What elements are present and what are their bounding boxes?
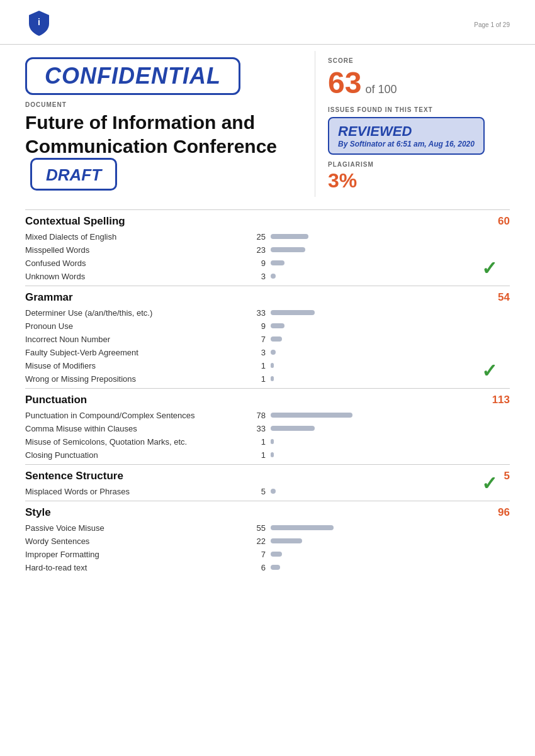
- item-label: Punctuation in Compound/Complex Sentence…: [25, 411, 252, 420]
- category-score: 113: [492, 394, 510, 406]
- item-count: 78: [252, 411, 266, 420]
- item-count: 33: [252, 308, 266, 318]
- category-item: Determiner Use (a/an/the/this, etc.)33: [25, 306, 510, 320]
- category-header: Grammar54: [25, 286, 510, 306]
- left-column: CONFIDENTIAL DOCUMENT Future of Informat…: [25, 51, 315, 197]
- item-bar: [271, 247, 305, 252]
- category-item: Misuse of Semicolons, Quotation Marks, e…: [25, 435, 510, 448]
- item-bar: [271, 310, 315, 315]
- item-bar: [271, 376, 274, 381]
- item-count: 7: [252, 335, 266, 344]
- item-count: 7: [252, 550, 266, 559]
- item-label: Pronoun Use: [25, 321, 252, 331]
- item-bar: [271, 363, 274, 368]
- item-bar: [271, 452, 274, 457]
- page-number: Page 1 of 29: [474, 18, 510, 30]
- category-title: Sentence Structure: [25, 470, 123, 482]
- category-header: Style96: [25, 501, 510, 521]
- item-bar: [271, 525, 334, 530]
- checkmark-icon: ✓: [482, 360, 497, 382]
- item-label: Incorrect Noun Number: [25, 335, 252, 344]
- category-item: Punctuation in Compound/Complex Sentence…: [25, 409, 510, 422]
- item-count: 3: [252, 272, 266, 281]
- score-value: 63: [328, 65, 361, 100]
- item-bar: [271, 538, 302, 543]
- category-score: 96: [498, 506, 510, 519]
- category-item: Improper Formatting7: [25, 548, 510, 561]
- item-bar: [271, 274, 276, 279]
- categories-section: Contextual Spelling60Mixed Dialects of E…: [0, 209, 535, 574]
- category-item: Hard-to-read text6: [25, 561, 510, 574]
- item-label: Misspelled Words: [25, 245, 252, 255]
- page-header: i Page 1 of 29: [0, 0, 535, 45]
- document-label: DOCUMENT: [25, 101, 296, 108]
- category-score: 54: [498, 291, 510, 304]
- item-count: 1: [252, 437, 266, 447]
- logo: i: [25, 9, 53, 39]
- item-label: Passive Voice Misuse: [25, 523, 252, 533]
- category-title: Contextual Spelling: [25, 215, 125, 228]
- reviewed-title: REVIEWED: [338, 123, 475, 140]
- category-title: Punctuation: [25, 394, 87, 406]
- category-header: Sentence Structure5: [25, 464, 510, 485]
- category-item: Mixed Dialects of English25: [25, 230, 510, 243]
- category-item: Misspelled Words23: [25, 243, 510, 257]
- item-count: 25: [252, 232, 266, 242]
- item-bar: [271, 336, 282, 342]
- item-label: Hard-to-read text: [25, 563, 252, 572]
- item-label: Wrong or Missing Prepositions: [25, 374, 252, 384]
- plagiarism-label: PLAGIARISM: [328, 161, 510, 168]
- item-label: Unknown Words: [25, 272, 252, 281]
- item-count: 1: [252, 374, 266, 384]
- category-item: Faulty Subject-Verb Agreement3: [25, 346, 510, 359]
- confidential-text: CONFIDENTIAL: [45, 63, 221, 89]
- item-count: 55: [252, 523, 266, 533]
- category-item: Incorrect Noun Number7: [25, 333, 510, 346]
- issues-label: ISSUES FOUND IN THIS TEXT: [328, 106, 510, 113]
- item-bar: [271, 413, 352, 418]
- category-header: Contextual Spelling60: [25, 209, 510, 230]
- category-item: Closing Punctuation1: [25, 448, 510, 462]
- confidential-badge: CONFIDENTIAL: [25, 57, 240, 95]
- item-label: Misplaced Words or Phrases: [25, 487, 252, 496]
- item-bar: [271, 439, 274, 444]
- category-sentence-structure: Sentence Structure5Misplaced Words or Ph…: [25, 464, 510, 498]
- main-content: CONFIDENTIAL DOCUMENT Future of Informat…: [0, 51, 535, 197]
- item-count: 1: [252, 361, 266, 370]
- item-label: Closing Punctuation: [25, 450, 252, 460]
- category-contextual-spelling: Contextual Spelling60Mixed Dialects of E…: [25, 209, 510, 283]
- category-item: Passive Voice Misuse55: [25, 521, 510, 535]
- item-count: 9: [252, 258, 266, 268]
- item-label: Improper Formatting: [25, 550, 252, 559]
- score-label: SCORE: [328, 57, 510, 64]
- item-count: 9: [252, 321, 266, 331]
- category-grammar: Grammar54Determiner Use (a/an/the/this, …: [25, 286, 510, 386]
- category-title: Grammar: [25, 291, 73, 304]
- item-bar: [271, 552, 282, 557]
- category-item: Misplaced Words or Phrases5: [25, 485, 510, 498]
- item-count: 23: [252, 245, 266, 255]
- item-label: Mixed Dialects of English: [25, 232, 252, 242]
- category-item: Unknown Words3: [25, 270, 510, 283]
- item-label: Misuse of Modifiers: [25, 361, 252, 370]
- reviewed-badge: REVIEWED By Softinator at 6:51 am, Aug 1…: [328, 117, 485, 155]
- category-item: Wordy Sentences22: [25, 535, 510, 548]
- item-label: Misuse of Semicolons, Quotation Marks, e…: [25, 437, 252, 447]
- category-item: Wrong or Missing Prepositions1: [25, 372, 510, 386]
- item-label: Confused Words: [25, 258, 252, 268]
- item-count: 22: [252, 536, 266, 546]
- checkmark-icon: ✓: [482, 472, 497, 494]
- item-bar: [271, 234, 308, 239]
- draft-badge: DRAFT: [30, 158, 117, 191]
- item-count: 6: [252, 563, 266, 572]
- item-label: Faulty Subject-Verb Agreement: [25, 348, 252, 357]
- item-count: 5: [252, 487, 266, 496]
- item-bar: [271, 426, 315, 431]
- category-item: Confused Words9: [25, 257, 510, 270]
- checkmark-icon: ✓: [482, 257, 497, 279]
- category-score: 60: [498, 215, 510, 228]
- item-count: 3: [252, 348, 266, 357]
- category-style: Style96Passive Voice Misuse55Wordy Sente…: [25, 501, 510, 574]
- item-count: 33: [252, 424, 266, 433]
- svg-text:i: i: [38, 17, 40, 27]
